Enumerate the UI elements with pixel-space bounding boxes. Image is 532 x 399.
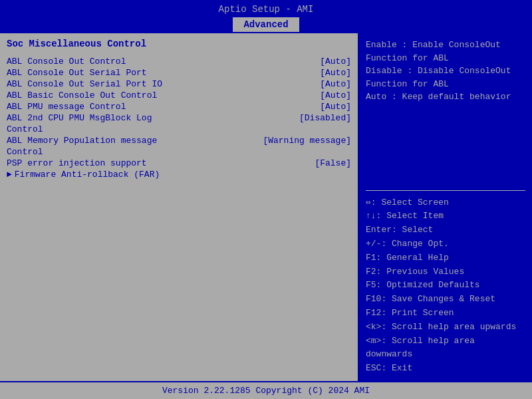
arrow-icon: ►: [7, 170, 12, 180]
key-help-10: <m>: Scroll help area downwards: [366, 334, 525, 362]
left-panel: Soc Miscellaneous Control ABL Console Ou…: [0, 33, 359, 381]
footer-text: Version 2.22.1285 Copyright (C) 2024 AMI: [162, 386, 370, 396]
app-title: Aptio Setup - AMI: [219, 4, 314, 15]
key-help-11: ESC: Exit: [366, 362, 525, 376]
help-text: Enable : Enable ConsoleOut Function for …: [366, 39, 525, 191]
key-help-5: F2: Previous Values: [366, 265, 525, 279]
list-item[interactable]: ABL Console Out Control [Auto]: [7, 56, 351, 67]
title-bar: Aptio Setup - AMI: [0, 0, 532, 17]
key-help-7: F10: Save Changes & Reset: [366, 293, 525, 307]
key-help-9: <k>: Scroll help area upwards: [366, 321, 525, 334]
key-help: ⇔: Select Screen ↑↓: Select Item Enter: …: [366, 196, 525, 376]
help-line-1: Function for ABL: [366, 52, 525, 65]
key-help-8: F12: Print Screen: [366, 307, 525, 321]
key-help-3: +/-: Change Opt.: [366, 237, 525, 251]
key-help-2: Enter: Select: [366, 223, 525, 237]
key-help-0: ⇔: Select Screen: [366, 196, 525, 210]
main-content: Soc Miscellaneous Control ABL Console Ou…: [0, 33, 532, 381]
list-item[interactable]: ABL PMU message Control [Auto]: [7, 101, 351, 112]
list-item[interactable]: PSP error injection support [False]: [7, 158, 351, 169]
list-item[interactable]: ABL Console Out Serial Port [Auto]: [7, 67, 351, 78]
help-line-3: Function for ABL: [366, 78, 525, 91]
help-line-0: Enable : Enable ConsoleOut: [366, 39, 525, 52]
list-item: Control: [7, 146, 351, 158]
key-help-1: ↑↓: Select Item: [366, 209, 525, 223]
key-help-4: F1: General Help: [366, 251, 525, 265]
key-help-6: F5: Optimized Defaults: [366, 279, 525, 293]
section-title: Soc Miscellaneous Control: [7, 39, 351, 49]
footer: Version 2.22.1285 Copyright (C) 2024 AMI: [0, 381, 532, 399]
tab-advanced[interactable]: Advanced: [233, 17, 299, 32]
list-item: Control: [7, 124, 351, 135]
list-item[interactable]: ABL 2nd CPU PMU MsgBlock Log [Disabled]: [7, 112, 351, 124]
right-panel: Enable : Enable ConsoleOut Function for …: [359, 33, 532, 381]
list-item-firmware[interactable]: ► Firmware Anti-rollback (FAR): [7, 169, 351, 180]
help-line-4: Auto : Keep default behavior: [366, 90, 525, 104]
help-line-2: Disable : Disable ConsoleOut: [366, 65, 525, 78]
list-item[interactable]: ABL Console Out Serial Port IO [Auto]: [7, 78, 351, 90]
list-item[interactable]: ABL Memory Population message [Warning m…: [7, 135, 351, 146]
list-item[interactable]: ABL Basic Console Out Control [Auto]: [7, 90, 351, 101]
tab-bar: Advanced: [0, 17, 532, 33]
app: Aptio Setup - AMI Advanced Soc Miscellan…: [0, 0, 532, 399]
